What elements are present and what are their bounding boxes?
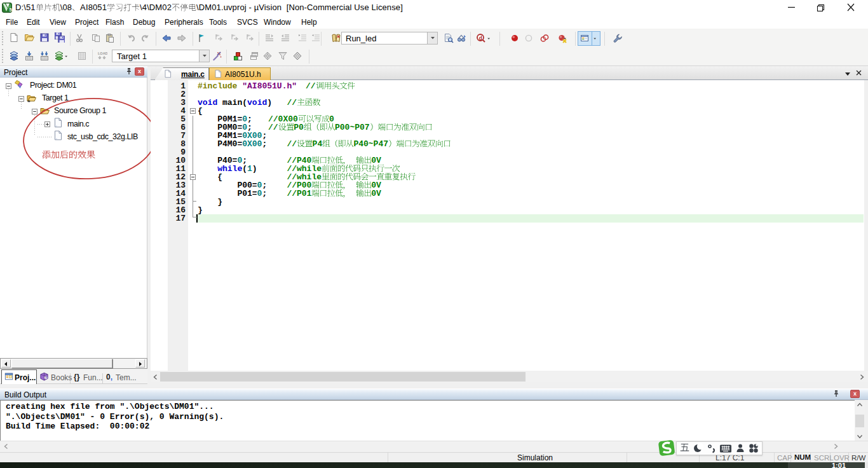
svg-text:?: ? [45,376,47,380]
svg-text:LOAD: LOAD [98,52,107,55]
svg-text:d: d [479,36,482,42]
svg-text:5: 5 [10,7,13,13]
